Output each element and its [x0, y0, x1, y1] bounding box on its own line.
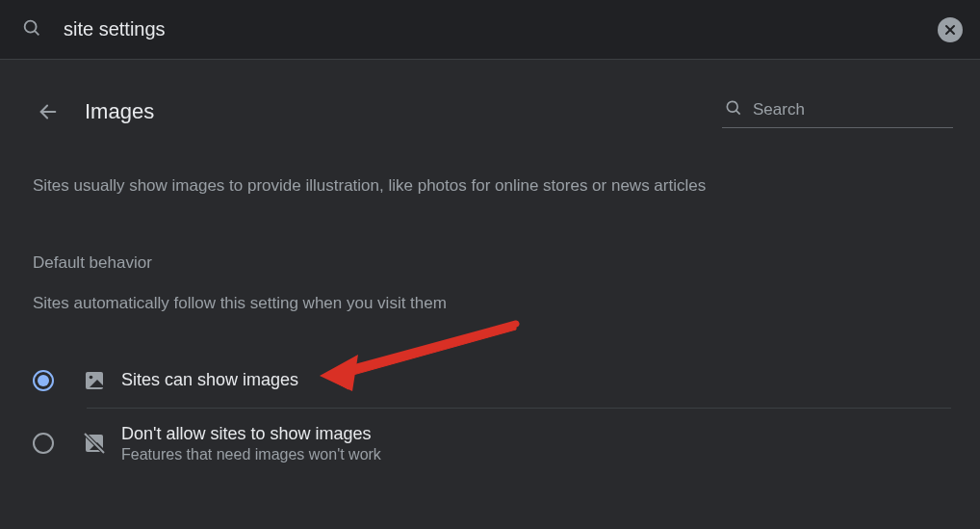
image-off-icon	[83, 432, 106, 455]
option-sites-can-show-images[interactable]: Sites can show images	[33, 354, 951, 408]
radio-button[interactable]	[33, 370, 54, 391]
search-icon	[21, 17, 42, 42]
svg-point-8	[90, 375, 93, 379]
back-button[interactable]	[33, 96, 64, 127]
option-label: Sites can show images	[121, 370, 298, 390]
svg-point-0	[25, 20, 37, 32]
clear-search-button[interactable]	[938, 17, 963, 42]
page-header: Images	[0, 60, 980, 128]
content-area: Sites usually show images to provide ill…	[0, 128, 980, 479]
radio-button[interactable]	[33, 433, 54, 454]
svg-line-6	[736, 111, 740, 115]
section-subheading: Sites automatically follow this setting …	[33, 294, 951, 313]
option-sublabel: Features that need images won't work	[121, 446, 381, 463]
page-search-field[interactable]	[722, 94, 953, 128]
page-title: Images	[85, 99, 154, 124]
settings-search-input[interactable]	[64, 18, 938, 40]
search-icon	[724, 98, 743, 121]
page-description: Sites usually show images to provide ill…	[33, 174, 951, 198]
option-dont-allow-images[interactable]: Don't allow sites to show images Feature…	[33, 409, 951, 479]
image-icon	[83, 369, 106, 392]
section-heading: Default behavior	[33, 253, 951, 273]
option-label: Don't allow sites to show images	[121, 424, 381, 444]
settings-search-bar	[0, 0, 980, 60]
page-search-input[interactable]	[753, 100, 951, 119]
options-list: Sites can show images Don't allow sites …	[33, 354, 951, 479]
svg-point-5	[727, 101, 737, 112]
svg-line-1	[35, 30, 39, 34]
